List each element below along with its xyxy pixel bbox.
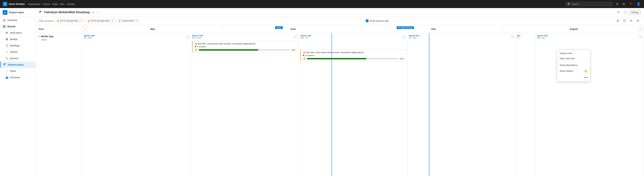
progress-bar-bg-1 [199, 49, 290, 50]
month-col-august: August › [504, 25, 644, 33]
sprints-area: Sprint 148 5/2 - 5/20 + Sprint 149 5/23 … [82, 33, 644, 176]
search-box[interactable]: 🔍 [566, 2, 613, 6]
svg-rect-9 [6, 40, 7, 40]
sprint-152-name[interactable]: Sp... [517, 34, 522, 37]
sidebar-item-delivery-plans[interactable]: Delivery plans [0, 62, 36, 68]
hierarchy-checkbox[interactable] [366, 20, 368, 22]
context-menu-show-children[interactable]: Show children 👆 [557, 68, 590, 74]
brand[interactable]: Azure DevOps [3, 2, 25, 6]
settings-button[interactable]: Settings [629, 10, 641, 14]
top-nav-right: 🔍 ☰ 🛍 ❓ 👤 [566, 1, 641, 7]
context-menu-open-work-item[interactable]: Open work item [557, 56, 590, 61]
favorite-star-icon[interactable]: ☆ [96, 11, 98, 14]
month-nav-next[interactable]: › [638, 27, 643, 31]
filter-tag-epic2[interactable]: 👑 [FY22 Q1] Epic title 2 ✕ [86, 19, 115, 23]
progress-bar-bg-2 [307, 58, 399, 59]
azure-logo [3, 2, 8, 6]
status-label-1: In progress [197, 46, 206, 48]
sprint-148-add[interactable]: + [186, 35, 189, 38]
sidebar-item-boards[interactable]: Boards [0, 36, 36, 42]
work-item-1-status: In progress [195, 46, 296, 48]
breadcrumb-number[interactable]: Number [67, 3, 75, 5]
user-icon[interactable]: 👤 [636, 1, 641, 7]
svg-rect-12 [4, 64, 5, 65]
sprint-153-name[interactable]: Sprint 153 [537, 34, 548, 37]
show-hierarchy-label: Show hiearchy view [370, 20, 389, 22]
sidebar-item-work-items[interactable]: Work items [0, 30, 36, 36]
sprint-149-add[interactable]: + [294, 35, 298, 38]
zoom-in-icon-btn[interactable] [635, 18, 641, 24]
sprint-col-150: Sprint 150 6/13 - 7/1 + 👑Epic title: Lor… [299, 33, 407, 176]
svg-rect-14 [39, 11, 42, 12]
month-header-august: August › [504, 25, 644, 33]
sidebar-item-backlogs[interactable]: 📋 Backlogs [0, 42, 36, 49]
svg-rect-0 [3, 25, 4, 26]
breadcrumb: Organization / Project / Page / Item / N… [28, 3, 75, 5]
sprint-151-name[interactable]: Sprint 151 [409, 34, 419, 37]
sprint-149-date: 5/23 - 6/10 [192, 37, 203, 39]
comment-icon-btn[interactable] [622, 18, 627, 24]
dropdown-chevron-icon[interactable]: ▾ [92, 11, 94, 14]
team-sub-label: Epics [42, 38, 47, 41]
sprint-153-date: 8/15 - 9/2 [537, 37, 548, 39]
sidebar-label-boards-section: Boards [8, 25, 16, 28]
sprint-149-name[interactable]: Sprint 149 [192, 34, 203, 37]
month-col-may: ‹ May [82, 25, 223, 33]
team-name[interactable]: ▼ Mobile App [38, 35, 80, 38]
filter-tag-epic1[interactable]: 👑 [FY22 Q1] Epic title 1 ✕ [55, 19, 84, 23]
sprint-150-name[interactable]: Sprint 150 [300, 34, 311, 37]
backlogs-icon: 📋 [5, 44, 8, 47]
expand-icon-btn[interactable] [622, 10, 628, 15]
sidebar-item-queries[interactable]: 🔍 Queries [0, 55, 36, 62]
store-icon[interactable]: 🛍 [622, 2, 626, 6]
breadcrumb-page[interactable]: Page [52, 3, 58, 5]
svg-rect-13 [4, 65, 4, 66]
zoom-out-icon-btn[interactable] [628, 18, 634, 24]
month-nav-prev[interactable]: ‹ [83, 27, 88, 31]
more-options-btn[interactable]: ••• [584, 75, 589, 80]
breadcrumb-org[interactable]: Organization [28, 3, 40, 5]
team-sub-epics[interactable]: Epics [38, 38, 80, 41]
sidebar-item-plans[interactable]: 📄 Plans [0, 68, 36, 74]
sep3: / [59, 3, 59, 5]
roadmap-icon [39, 10, 42, 14]
svg-rect-10 [7, 40, 8, 40]
svg-rect-2 [3, 27, 4, 28]
sidebar-label-personas: Personas [10, 76, 20, 79]
show-dependency-label: Show dependency [560, 64, 578, 66]
boards-icon [3, 25, 6, 28]
sprint-col-149: Sprint 149 5/23 - 6/10 + 👑Epic title: Lo… [191, 33, 299, 176]
sidebar-item-overview[interactable]: 🏠 Overview [0, 17, 36, 23]
sprint-153-add[interactable]: + [639, 35, 642, 38]
brand-label: Azure DevOps [9, 3, 25, 5]
sidebar-label-boards: Boards [10, 38, 18, 40]
list-icon[interactable]: ☰ [615, 2, 619, 6]
work-item-card-1[interactable]: 👑Epic title: Lorem ipsum dolor sit amet,… [192, 41, 298, 53]
sidebar-item-personas[interactable]: 👥 Personas [0, 74, 36, 80]
filter-tag-epic1-remove[interactable]: ✕ [81, 20, 82, 22]
breadcrumb-project[interactable]: Project [43, 3, 50, 5]
sprint-148-name[interactable]: Sprint 148 [84, 34, 94, 37]
sidebar-item-sprints[interactable]: ⚡ Sprints [0, 49, 36, 55]
link-icon-btn[interactable] [615, 18, 620, 24]
sprint-151-add[interactable]: + [510, 35, 514, 38]
sprint-152-header: Sp... 7/... [517, 34, 534, 39]
status-dot-1 [195, 46, 196, 47]
collapse-icon[interactable]: ▼ [38, 36, 40, 38]
sidebar-label-queries: Queries [10, 57, 18, 60]
team-col-header: Team [36, 25, 82, 33]
context-menu-expand-card[interactable]: Expand card [557, 50, 590, 56]
sprint-150-add[interactable]: + [402, 35, 406, 38]
help-icon[interactable]: ❓ [628, 2, 633, 6]
filter-tag-feature3-remove[interactable]: ✕ [136, 20, 138, 22]
work-item-card-2[interactable]: 👑Epic title: Lorem ipsum dolor sit amet,… [300, 50, 406, 61]
sidebar-item-boards-section[interactable]: Boards [0, 23, 36, 30]
filter-tag-epic2-remove[interactable]: ✕ [112, 20, 113, 22]
sprint-col-152: Sp... 7/... [516, 33, 536, 176]
search-input[interactable] [572, 3, 611, 5]
context-menu-show-dependency[interactable]: Show dependency [557, 62, 590, 68]
filter-icon-btn[interactable] [616, 10, 621, 15]
breadcrumb-item[interactable]: Item [60, 3, 64, 5]
show-hierarchy[interactable]: Show hiearchy view [366, 20, 389, 22]
filter-tag-feature3[interactable]: 🏆 Feature title 3 ✕ [116, 19, 139, 23]
